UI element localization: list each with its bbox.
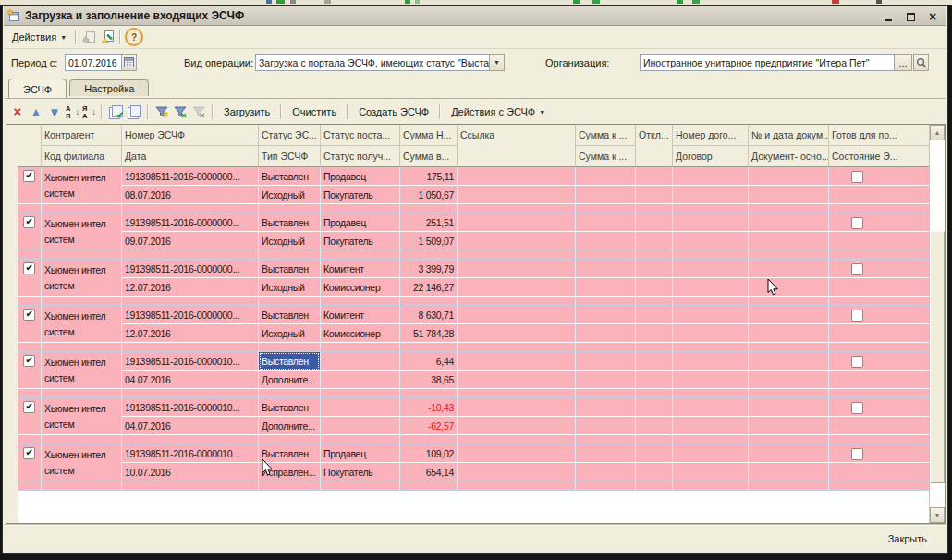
ready-checkbox[interactable] (851, 448, 863, 460)
uncheck-all-icon[interactable] (126, 104, 142, 120)
column-header[interactable]: Номер ЭСЧФДата (122, 125, 259, 166)
cell-link[interactable] (458, 213, 576, 259)
organization-search-button[interactable] (913, 54, 929, 71)
row-checkbox[interactable]: ✔ (23, 401, 35, 413)
ready-checkbox[interactable] (851, 217, 863, 229)
cell-ready[interactable] (829, 306, 932, 351)
cell-contragent[interactable]: Хьюмен интел систем (42, 213, 122, 259)
cell-select[interactable]: ✔ (18, 398, 42, 444)
cell-status-type[interactable]: ВыставленИсправлен... (259, 444, 321, 490)
filter-by-value-icon[interactable] (172, 104, 189, 120)
cell-number-date[interactable]: 191398511-2016-0000000...12.07.2016 (122, 260, 259, 305)
cell-amounts[interactable]: 175,111 050,67 (400, 167, 458, 213)
ready-checkbox[interactable] (851, 310, 863, 322)
move-up-icon[interactable]: ▲ (28, 104, 44, 120)
sort-descending-icon[interactable]: ЯА↓ (80, 104, 97, 120)
organization-input[interactable]: Иностранное унитарное предприятие "Итера… (640, 54, 895, 71)
ready-checkbox[interactable] (851, 356, 863, 368)
ready-checkbox[interactable] (851, 171, 863, 183)
cell-party-status[interactable] (321, 352, 400, 397)
title-bar[interactable]: Загрузка и заполнение входящих ЭСЧФ × (4, 6, 946, 26)
filter-clear-icon[interactable] (190, 104, 207, 120)
cell-document[interactable] (749, 213, 829, 259)
load-settings-icon[interactable] (99, 30, 115, 44)
table-row[interactable]: ✔ Хьюмен интел систем 191398511-2016-000… (18, 306, 932, 352)
filter-settings-icon[interactable] (153, 104, 170, 120)
cell-status-type[interactable]: ВыставленИсходный (259, 306, 321, 351)
cell-number-date[interactable]: 191398511-2016-0000010...04.07.2016 (122, 398, 259, 444)
column-header[interactable]: Номер дого...Договор (673, 125, 749, 166)
cell-dogovor[interactable] (673, 352, 749, 397)
cell-contragent[interactable]: Хьюмен интел систем (42, 167, 122, 213)
check-all-icon[interactable]: ✔ (107, 104, 124, 120)
cell-ready[interactable] (829, 213, 932, 259)
column-header[interactable]: Готов для по...Состояние Э... (829, 125, 932, 166)
column-header[interactable]: Сумма Н...Сумма в... (400, 125, 458, 166)
cell-status-type[interactable]: ВыставленИсходный (259, 213, 321, 259)
cell-contragent[interactable]: Хьюмен интел систем (42, 306, 122, 351)
cell-number-date[interactable]: 191398511-2016-0000000...12.07.2016 (122, 306, 259, 351)
cell-ready[interactable] (829, 398, 932, 444)
table-row[interactable]: ✔ Хьюмен интел систем 191398511-2016-000… (18, 167, 932, 213)
minimize-button[interactable] (880, 9, 897, 23)
cell-otkl[interactable] (636, 306, 673, 351)
row-checkbox[interactable]: ✔ (23, 309, 35, 321)
create-eschf-button[interactable]: Создать ЭСЧФ (352, 103, 435, 120)
load-button[interactable]: Загрузить (217, 103, 276, 120)
reread-document-icon[interactable] (81, 30, 97, 44)
cell-sum-k[interactable] (576, 352, 636, 397)
cell-number-date[interactable]: 191398511-2016-0000000...08.07.2016 (122, 167, 259, 213)
cell-sum-k[interactable] (576, 260, 636, 305)
close-form-button[interactable]: Закрыть (881, 531, 934, 546)
cell-select[interactable]: ✔ (18, 306, 42, 351)
column-header[interactable]: КонтрагентКод филиала (42, 125, 122, 166)
cell-ready[interactable] (829, 167, 932, 213)
period-input[interactable]: 01.07.2016 (65, 54, 122, 71)
cell-document[interactable] (749, 167, 829, 213)
operation-select[interactable]: Загрузка с портала ЭСЧФ, имеющих статус … (255, 54, 505, 71)
cell-dogovor[interactable] (673, 306, 749, 351)
column-header[interactable]: Сумма к ...Сумма к ... (576, 125, 636, 166)
cell-document[interactable] (749, 306, 829, 351)
scroll-up-button[interactable]: ▲ (930, 125, 945, 140)
cell-party-status[interactable]: КомитентКомиссионер (321, 306, 400, 351)
cell-status-type[interactable]: ВыставленДополните... (259, 352, 321, 397)
row-checkbox[interactable]: ✔ (23, 262, 35, 274)
cell-contragent[interactable]: Хьюмен интел систем (42, 260, 122, 305)
restore-button[interactable] (902, 9, 919, 23)
ready-checkbox[interactable] (851, 402, 863, 414)
column-header[interactable]: № и дата докум...Документ- осно... (749, 125, 829, 166)
cell-document[interactable] (749, 398, 829, 444)
cell-otkl[interactable] (636, 260, 673, 305)
cell-dogovor[interactable] (673, 213, 749, 259)
cell-amounts[interactable]: 3 399,7922 146,27 (400, 260, 458, 305)
cell-amounts[interactable]: 8 630,7151 784,28 (400, 306, 458, 351)
ready-checkbox[interactable] (851, 263, 863, 275)
cell-contragent[interactable]: Хьюмен интел систем (42, 398, 122, 444)
move-down-icon[interactable]: ▼ (46, 104, 63, 120)
cell-amounts[interactable]: 109,02654,14 (400, 444, 458, 490)
cell-otkl[interactable] (636, 398, 673, 444)
column-header[interactable]: Ссылка (458, 125, 576, 166)
column-header[interactable]: Статус ЭС...Тип ЭСЧФ (259, 125, 321, 166)
row-checkbox[interactable]: ✔ (23, 447, 35, 459)
table-row[interactable]: ✔ Хьюмен интел систем 191398511-2016-000… (18, 213, 932, 260)
row-checkbox[interactable]: ✔ (23, 170, 35, 182)
scroll-down-button[interactable]: ▼ (930, 507, 945, 523)
cell-document[interactable] (749, 444, 829, 490)
row-checkbox[interactable]: ✔ (23, 355, 35, 367)
cell-select[interactable]: ✔ (18, 444, 42, 490)
cell-ready[interactable] (829, 444, 932, 490)
cell-link[interactable] (458, 260, 576, 305)
cell-contragent[interactable]: Хьюмен интел систем (42, 352, 122, 397)
cell-select[interactable]: ✔ (18, 213, 42, 259)
cell-select[interactable]: ✔ (18, 260, 42, 305)
cell-ready[interactable] (829, 352, 932, 397)
actions-menu-button[interactable]: Действия ▼ (7, 29, 71, 45)
cell-sum-k[interactable] (576, 398, 636, 444)
table-row[interactable]: ✔ Хьюмен интел систем 191398511-2016-000… (18, 260, 932, 306)
cell-party-status[interactable]: ПродавецПокупатель (321, 167, 400, 213)
cell-link[interactable] (458, 167, 576, 213)
cell-link[interactable] (458, 444, 576, 490)
column-header[interactable]: Откл... (636, 125, 673, 166)
